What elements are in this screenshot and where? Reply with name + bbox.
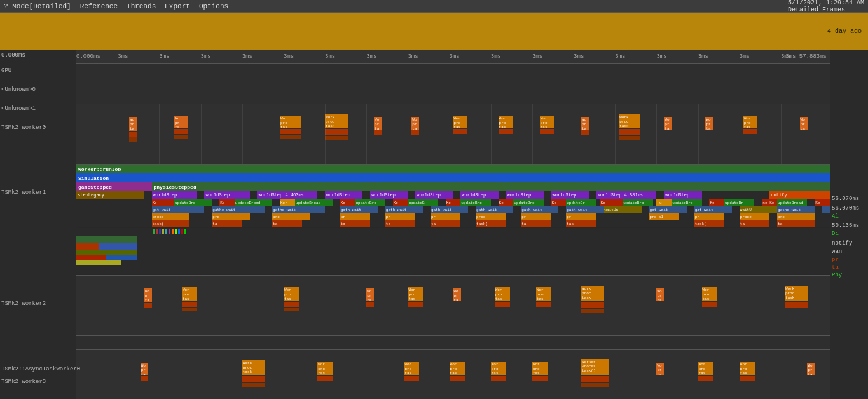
worker0-block-2: Woprta (174, 116, 189, 139)
vgrid-17 (781, 104, 782, 164)
vgrid-5 (284, 104, 284, 164)
right-pr: pr (832, 257, 839, 263)
gath-5: gath wait (385, 206, 423, 213)
task-10: task( (694, 220, 724, 227)
threads-menu[interactable]: Threads (127, 3, 156, 10)
worker0-block-9: Worprotas (540, 116, 555, 134)
tick-5: 3ms (284, 53, 294, 60)
proc-7: proc (476, 213, 506, 220)
wor-block-5a: Woprta (374, 117, 382, 130)
w2-red-5 (408, 302, 423, 307)
worker0-block-15: Woprta (800, 117, 809, 130)
game-stepped-bar: gameStepped (76, 182, 152, 191)
game-stepped-label: gameStepped (76, 184, 112, 190)
ke-5: Ke (446, 199, 461, 206)
gath-1: gat wait (152, 206, 205, 213)
tick-end: 3ms 57.883ms (785, 53, 827, 60)
w3-red-6 (491, 376, 506, 381)
w3-block-4: Worprotas (404, 362, 420, 381)
proce-row: proce pro pro pr pr pr proc pr pr pro sl… (76, 213, 830, 220)
ke-6: Ke (499, 199, 514, 206)
updatebroad-1: updateBro (174, 199, 212, 206)
mode-menu[interactable]: ? Mode[Detailed] (4, 3, 71, 10)
options-menu[interactable]: Options (199, 3, 228, 10)
w2-block-7: Worprotas (495, 287, 511, 307)
worldstep-5: worldStep (370, 191, 408, 199)
wor-block-1c (129, 137, 137, 142)
proc-9: pr (566, 213, 596, 220)
ke-7: Ke (551, 199, 567, 206)
reference-menu[interactable]: Reference (80, 3, 118, 10)
worldstep-4: worldStep (325, 191, 362, 199)
vgrid-8 (408, 104, 408, 164)
proc-11: pr (694, 213, 724, 220)
tick-8: 3ms (408, 53, 418, 60)
worker1-label: TSMk2 worker1 (1, 189, 46, 196)
updatebroad-4: updateBro (355, 199, 385, 206)
proc-6: pr (431, 213, 460, 220)
w2-block-10: Woprta (656, 288, 665, 301)
w2-block-11: Worprotas (702, 287, 719, 307)
vgrid-9 (450, 104, 450, 164)
wor-block-12a: Woprta (664, 117, 672, 130)
gath-6: gath wait (431, 206, 468, 213)
updatebroad-10: updateBro (672, 199, 701, 206)
worker0-label: TSMk2 worker0 (1, 125, 46, 131)
day-info: 4 day ago (827, 28, 862, 35)
unknown1-row (76, 90, 830, 104)
export-menu[interactable]: Export (165, 3, 190, 10)
updatebroad-3: updateBroad (295, 199, 333, 206)
ke-8: Ke (709, 199, 724, 206)
vgrid-13 (615, 104, 616, 164)
w3-wor-3: Worprotas (317, 362, 333, 375)
w3-wor-4: Worprotas (404, 362, 419, 375)
w2-red-2 (182, 302, 197, 307)
w3-block-3: Worprotas (317, 362, 334, 381)
vgrid-7 (366, 104, 367, 164)
w3-wor-11: Worprotas (740, 362, 755, 375)
tick-0: 0.000ms (76, 53, 100, 60)
right-50ms: 50.135ms (832, 222, 859, 229)
w3-dark-2 (242, 383, 265, 387)
w2-red-7 (495, 302, 510, 307)
tick-6: 3ms (325, 53, 335, 60)
wor-block-14b (743, 129, 757, 134)
tick-11: 3ms (532, 53, 542, 60)
gath-row: gat wait gathe wait gathe wait gath wait… (76, 206, 830, 213)
ke-ne-1: ne Ke (762, 199, 777, 206)
color-line-11 (184, 229, 186, 234)
worker0-block-10: Woprta (581, 117, 590, 135)
w3-wor-9: Woprta (656, 363, 664, 375)
w3-red-10 (698, 376, 713, 381)
info-bar: 4 day ago (0, 13, 868, 50)
w3-block-9: Woprta (656, 363, 665, 375)
tick-15: 3ms (698, 53, 708, 60)
worker-run-label: Worker::runJob (76, 166, 121, 172)
w3-red-4 (404, 376, 419, 381)
proc-5: pr (385, 213, 415, 220)
proc-8: pr (521, 213, 551, 220)
worker0-block-13: Woprta (705, 117, 714, 130)
lower-olive-1 (76, 250, 137, 255)
updatebroad-8: updateBr (566, 199, 596, 206)
tick-3: 3ms (201, 53, 211, 60)
gpu-track-label: GPU (1, 67, 11, 74)
worker0-block-8: Worprotas (499, 116, 514, 134)
w2-red-11 (702, 302, 717, 307)
color-accent-row (76, 228, 830, 236)
gath-2: gathe wait (212, 206, 265, 213)
w3-block-8: WorkerProcestask() (581, 359, 610, 387)
w3-red-2 (242, 376, 265, 382)
right-di: Di (832, 231, 839, 237)
vgrid-16 (740, 104, 740, 164)
tick-12: 3ms (574, 53, 584, 60)
tracks-viewport[interactable]: 0.000ms 3ms 3ms 3ms 3ms 3ms 3ms 3ms 3ms … (76, 50, 830, 399)
timeline-container[interactable]: 0.000ms GPU <Unknown>0 <Unknown>1 TSMk2 … (0, 50, 868, 399)
worldstep-463: worldStep 4.463ms (257, 191, 317, 199)
lower-green-1 (76, 236, 137, 243)
gath-12: gathe wait (777, 206, 815, 213)
task-4: ta (340, 220, 370, 227)
color-line-10 (181, 229, 183, 234)
labels-panel: 0.000ms GPU <Unknown>0 <Unknown>1 TSMk2 … (0, 50, 76, 399)
mixed-lower-rows (76, 236, 830, 274)
